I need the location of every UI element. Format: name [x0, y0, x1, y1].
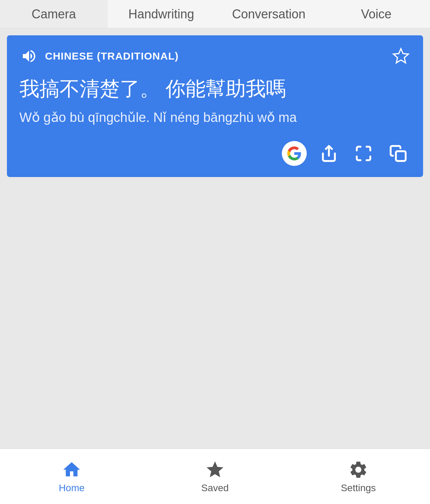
nav-conversation-label: Conversation: [232, 7, 305, 21]
nav-conversation[interactable]: Conversation: [215, 0, 323, 28]
nav-settings-label: Settings: [341, 483, 376, 494]
main-content: CHINESE (TRADITIONAL) 我搞不清楚了。 你能幫助我嗎 Wǒ …: [0, 28, 430, 449]
share-button[interactable]: [316, 141, 341, 166]
top-nav: Camera Handwriting Conversation Voice: [0, 0, 430, 28]
language-label: CHINESE (TRADITIONAL): [45, 50, 179, 62]
nav-home[interactable]: Home: [0, 449, 143, 504]
nav-handwriting[interactable]: Handwriting: [108, 0, 215, 28]
pinyin-text: Wǒ gǎo bù qīngchǔle. Nǐ néng bāngzhù wǒ …: [19, 108, 411, 127]
card-header-left: CHINESE (TRADITIONAL): [19, 46, 179, 66]
nav-settings[interactable]: Settings: [287, 449, 430, 504]
nav-saved-label: Saved: [201, 483, 229, 494]
nav-handwriting-label: Handwriting: [128, 7, 194, 21]
expand-button[interactable]: [351, 141, 376, 166]
nav-camera-label: Camera: [32, 7, 76, 21]
card-header: CHINESE (TRADITIONAL): [19, 46, 411, 66]
google-translate-button[interactable]: [282, 141, 307, 166]
card-actions: [19, 141, 411, 166]
bottom-nav: Home Saved Settings: [0, 449, 430, 504]
chinese-text: 我搞不清楚了。 你能幫助我嗎: [19, 76, 411, 101]
copy-button[interactable]: [386, 141, 411, 166]
nav-home-label: Home: [59, 483, 85, 494]
nav-camera[interactable]: Camera: [0, 0, 108, 28]
speaker-button[interactable]: [19, 46, 39, 66]
favorite-button[interactable]: [391, 46, 411, 66]
nav-voice-label: Voice: [361, 7, 392, 21]
nav-saved[interactable]: Saved: [143, 449, 287, 504]
nav-voice[interactable]: Voice: [323, 0, 430, 28]
svg-rect-0: [396, 151, 406, 161]
translation-card: CHINESE (TRADITIONAL) 我搞不清楚了。 你能幫助我嗎 Wǒ …: [7, 35, 423, 177]
